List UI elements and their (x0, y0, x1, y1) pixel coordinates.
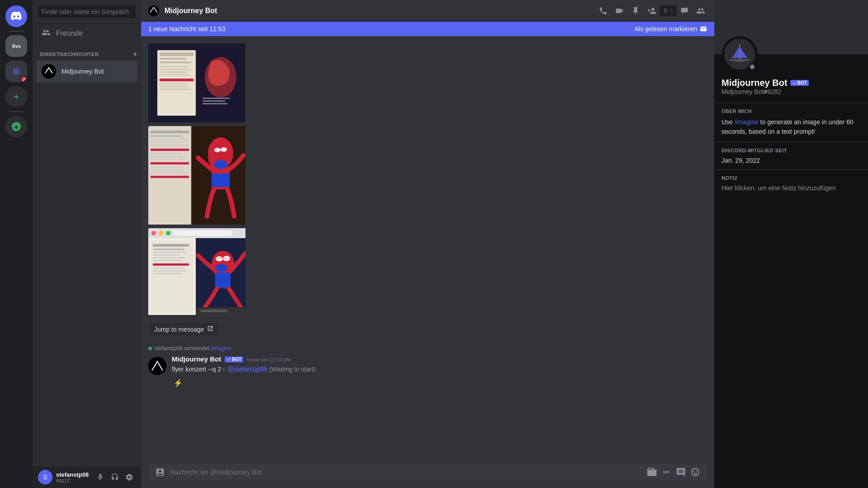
inbox-button[interactable] (678, 5, 691, 17)
dm-list: Midjourney Bot (33, 60, 141, 466)
svg-rect-17 (160, 86, 189, 87)
profile-tag-display: Midjourney Bot#9282 (722, 88, 861, 95)
server-sidebar: Svs 2 + (0, 0, 33, 488)
svg-rect-29 (151, 141, 184, 143)
svg-rect-57 (153, 254, 180, 256)
svg-point-46 (214, 160, 227, 169)
chat-header: Midjourney Bot (141, 0, 714, 22)
bot-message-timestamp: heute um 11:53 Uhr (247, 357, 291, 362)
svg-rect-52 (173, 230, 232, 236)
svg-rect-63 (153, 273, 182, 274)
chat-header-name: Midjourney Bot (165, 7, 217, 15)
chat-image-document[interactable] (148, 43, 248, 124)
search-input[interactable] (38, 5, 136, 18)
svg-rect-21 (203, 98, 230, 99)
profile-member-since-title: DISCORD-MITGLIED SEIT (722, 148, 861, 153)
dm-avatar-midjourney (42, 64, 56, 79)
server-separator (9, 31, 24, 32)
video-button[interactable] (613, 5, 626, 17)
dm-item-midjourney[interactable]: Midjourney Bot (36, 61, 137, 82)
new-message-text: 1 neue Nachricht seit 11:53 (148, 25, 225, 33)
search-button[interactable] (662, 5, 675, 17)
loading-indicator: ⚡ (141, 377, 714, 389)
svg-point-42 (214, 148, 221, 152)
profile-about-title: ÜBER MICH (722, 108, 861, 114)
svg-rect-12 (160, 69, 191, 70)
call-button[interactable] (597, 5, 609, 17)
svg-rect-16 (160, 83, 187, 84)
emoji-button[interactable] (689, 466, 702, 479)
members-button[interactable] (694, 5, 707, 17)
uses-dot (148, 347, 152, 350)
discord-home-icon[interactable] (5, 5, 27, 27)
svg-rect-35 (151, 162, 189, 164)
chat-image-spiderman2[interactable] (148, 228, 248, 317)
notification-badge: 2 (20, 76, 27, 82)
header-search-input[interactable] (663, 7, 667, 14)
username: stefanstp08 (56, 471, 90, 478)
svg-rect-13 (160, 71, 187, 73)
svg-rect-54 (153, 244, 189, 247)
mute-button[interactable] (94, 471, 107, 483)
profile-note-input[interactable]: Hier klicken, um eine Notiz hinzuzufügen (722, 184, 861, 192)
svg-rect-30 (151, 144, 187, 145)
profile-name: Midjourney Bot BOT (722, 78, 861, 88)
user-controls (94, 471, 136, 483)
message-mention: @stefanstp08 (226, 366, 268, 373)
svg-point-66 (216, 256, 223, 262)
svg-rect-7 (157, 50, 196, 116)
friends-link[interactable]: Freunde (36, 24, 137, 42)
bot-message-row: Midjourney Bot BOT heute um 11:53 Uhr fl… (141, 353, 714, 377)
svg-point-51 (166, 231, 170, 235)
add-member-button[interactable] (646, 5, 658, 17)
main-content: Midjourney Bot (141, 0, 714, 488)
user-info: stefanstp08 #3117 (56, 471, 90, 483)
server-icon-svs[interactable]: Svs (5, 35, 27, 57)
jump-to-message-button[interactable]: Jump to message (148, 322, 219, 336)
svg-rect-71 (200, 310, 227, 312)
dm-section-header: DIREKTNACHRICHTEN + (33, 43, 141, 60)
profile-about-text: Use /imagine to generate an image in und… (722, 117, 861, 136)
svg-rect-14 (160, 74, 189, 75)
gif-button[interactable] (660, 466, 673, 479)
uses-text: stefanstp08 verwendet /imagine (155, 345, 231, 352)
server-icon-2[interactable]: 2 (5, 61, 27, 82)
header-actions (597, 5, 707, 17)
download-apps-button[interactable] (5, 116, 27, 137)
svg-point-43 (221, 147, 227, 152)
message-input[interactable] (170, 463, 642, 481)
mark-read-label: Als gelesen markieren (634, 25, 697, 33)
chat-header-avatar (148, 5, 159, 16)
message-images-container (141, 43, 714, 317)
svg-rect-59 (153, 260, 182, 261)
settings-button[interactable] (123, 471, 136, 483)
chat-image-spiderman1[interactable] (148, 126, 248, 226)
svg-rect-2 (42, 64, 56, 79)
svg-rect-72 (148, 357, 166, 375)
profile-bot-name: Midjourney Bot (722, 78, 788, 88)
profile-about-section: ÜBER MICH Use /imagine to generate an im… (714, 103, 868, 142)
add-server-button[interactable]: + (5, 86, 27, 108)
profile-bot-tag: BOT (790, 80, 809, 86)
profile-member-since-date: Jan. 29, 2022 (722, 157, 861, 164)
svg-rect-38 (151, 172, 187, 174)
attach-button[interactable] (154, 466, 166, 479)
message-input-area (141, 463, 714, 488)
svg-rect-10 (160, 61, 191, 63)
dm-search-area (33, 0, 141, 24)
svg-rect-62 (153, 270, 187, 272)
pin-button[interactable] (629, 5, 642, 17)
svg-rect-26 (151, 131, 189, 133)
add-dm-button[interactable]: + (133, 50, 137, 58)
mark-read-button[interactable]: Als gelesen markieren (634, 25, 707, 33)
svg-rect-15 (160, 79, 193, 81)
svg-rect-9 (160, 58, 187, 60)
svg-point-69 (215, 264, 228, 272)
profile-about-cmd[interactable]: /imagine (735, 118, 759, 126)
loading-spinner: ⚡ (174, 379, 183, 387)
message-text-before: flyer konzert --q 2 - (172, 366, 226, 373)
sticker-button[interactable] (675, 466, 687, 479)
gift-button[interactable] (646, 466, 658, 479)
deafen-button[interactable] (108, 471, 121, 483)
bot-message-header: Midjourney Bot BOT heute um 11:53 Uhr (172, 355, 707, 363)
